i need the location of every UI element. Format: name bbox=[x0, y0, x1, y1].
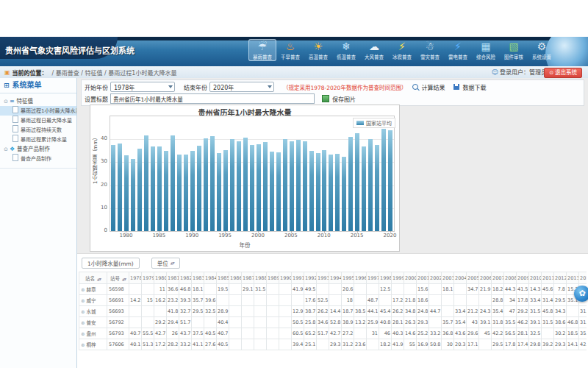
tree-item[interactable]: 暴雨过程1小时最大降水量 bbox=[0, 106, 76, 116]
tree-item[interactable]: 暴雨过程累计降水量 bbox=[0, 135, 76, 144]
column-header-year[interactable]: 1981 bbox=[167, 272, 179, 284]
column-header-year[interactable]: 1993 bbox=[317, 272, 329, 284]
expand-row-icon[interactable]: ⊕ bbox=[81, 331, 85, 337]
unit-chip[interactable]: 单位▲▼ bbox=[151, 258, 180, 269]
expand-row-icon[interactable]: ⊕ bbox=[81, 287, 85, 293]
column-header-year[interactable]: 2013 bbox=[567, 272, 579, 284]
value-type-chip[interactable]: 1小时降水量(mm) bbox=[82, 258, 140, 269]
column-header-year[interactable]: 1988 bbox=[254, 272, 267, 284]
calc-result-button[interactable]: 计算结果 bbox=[412, 83, 445, 91]
nav-item-label: 雷电普查 bbox=[445, 53, 471, 60]
nav-item-rainstorm[interactable]: ☔暴雨普查 bbox=[248, 39, 276, 61]
floating-widget-button[interactable]: ✿ bbox=[574, 286, 588, 302]
column-header-year[interactable]: 1991 bbox=[292, 272, 304, 284]
tree-item[interactable]: 普查产品制作 bbox=[0, 154, 76, 163]
column-header-year[interactable]: 1995 bbox=[342, 272, 354, 284]
column-header-year[interactable]: 1997 bbox=[367, 272, 379, 284]
station-name-cell[interactable]: ⊕威宁 bbox=[79, 295, 107, 306]
value-cell: 34.6 bbox=[317, 317, 329, 328]
station-name-cell[interactable]: ⊕赫章 bbox=[79, 284, 107, 295]
save-image-button[interactable]: 保存图片 bbox=[322, 95, 356, 103]
logout-button[interactable]: ⊙退出系统 bbox=[544, 68, 582, 78]
chart-legend[interactable]: 国家站平均 bbox=[353, 118, 395, 128]
station-name-cell[interactable]: ⊕桐梓 bbox=[79, 339, 107, 350]
column-header-year[interactable]: 1985 bbox=[217, 272, 229, 284]
column-header-year[interactable]: 1980 bbox=[154, 272, 167, 284]
expand-row-icon[interactable]: ⊕ bbox=[81, 320, 85, 326]
start-year-select[interactable]: 1978年 bbox=[110, 82, 175, 92]
station-name-cell[interactable]: ⊕水城 bbox=[79, 306, 107, 317]
column-header-year[interactable]: 2006 bbox=[479, 272, 492, 284]
lightning-icon: ⚡ bbox=[444, 40, 472, 53]
column-header-year[interactable]: 1996 bbox=[354, 272, 367, 284]
sort-icon[interactable]: ▲▼ bbox=[122, 277, 126, 281]
column-header-year[interactable]: 1989 bbox=[267, 272, 279, 284]
column-header-year[interactable]: 1994 bbox=[329, 272, 342, 284]
data-download-button[interactable]: 数据下载 bbox=[453, 83, 486, 91]
expand-icon[interactable]: ⊙ bbox=[4, 146, 8, 152]
column-header-year[interactable]: 2000 bbox=[404, 272, 417, 284]
value-cell bbox=[142, 284, 154, 295]
column-header-year[interactable]: 2012 bbox=[554, 272, 567, 284]
nav-item-cold[interactable]: ❄低温普查 bbox=[332, 39, 360, 61]
column-header-year[interactable]: 1983 bbox=[192, 272, 204, 284]
column-header-year[interactable]: 1986 bbox=[229, 272, 242, 284]
tree-group-1[interactable]: ⊙❖普查产品制作 bbox=[0, 144, 76, 154]
column-header-year[interactable]: 2010 bbox=[529, 272, 542, 284]
column-header-year[interactable]: 1982 bbox=[179, 272, 192, 284]
value-cell: 44.1 bbox=[367, 306, 379, 317]
expand-row-icon[interactable]: ⊕ bbox=[81, 298, 85, 304]
station-id-cell: 56792 bbox=[107, 317, 129, 328]
column-header-year[interactable]: 2002 bbox=[429, 272, 442, 284]
column-header-year[interactable]: 2007 bbox=[492, 272, 504, 284]
column-header-year[interactable]: 2014 bbox=[579, 272, 587, 284]
table-row[interactable]: ⊕盘州5679340.755.542.72643.737.540.540.760… bbox=[79, 328, 587, 339]
column-header-year[interactable]: 1990 bbox=[279, 272, 292, 284]
column-header-year[interactable]: 2009 bbox=[517, 272, 529, 284]
expand-row-icon[interactable]: ⊕ bbox=[81, 309, 85, 315]
end-year-select[interactable]: 2020年 bbox=[209, 82, 274, 92]
nav-item-lightning[interactable]: ⚡雷电普查 bbox=[444, 39, 472, 61]
column-header-year[interactable]: 2003 bbox=[442, 272, 454, 284]
tree-group-0[interactable]: ⊙≡特征值 bbox=[0, 96, 76, 106]
table-row[interactable]: ⊕赫章565981136.646.818.119.529.131.541.949… bbox=[79, 284, 587, 295]
value-cell bbox=[229, 328, 242, 339]
expand-icon[interactable]: ⊙ bbox=[4, 99, 8, 105]
column-header[interactable]: 站号▲▼ bbox=[107, 272, 129, 284]
value-cell: 28.9 bbox=[217, 306, 229, 317]
column-header-year[interactable]: 1992 bbox=[304, 272, 317, 284]
nav-item-drought[interactable]: ♨干旱普查 bbox=[276, 39, 304, 61]
table-row[interactable]: ⊕水城5669341.832.729.532.528.912.938.726.2… bbox=[79, 306, 587, 317]
column-header-year[interactable]: 1998 bbox=[379, 272, 392, 284]
sort-icon[interactable]: ▲▼ bbox=[97, 277, 101, 281]
column-header-year[interactable]: 2004 bbox=[454, 272, 467, 284]
value-cell bbox=[267, 328, 279, 339]
chart-title-input[interactable] bbox=[110, 93, 315, 104]
column-header-year[interactable]: 2011 bbox=[542, 272, 554, 284]
nav-item-snow[interactable]: ☃雪灾普查 bbox=[416, 39, 444, 61]
nav-item-heat[interactable]: ☀高温普查 bbox=[304, 39, 332, 61]
column-header-year[interactable]: 1987 bbox=[242, 272, 254, 284]
column-header[interactable]: 站名▲▼ bbox=[79, 272, 107, 284]
tree-item[interactable]: 暴雨过程持续天数 bbox=[0, 125, 76, 135]
station-name-cell[interactable]: ⊕盘州 bbox=[79, 328, 107, 339]
column-header-year[interactable]: 1984 bbox=[204, 272, 217, 284]
table-row[interactable]: ⊕普安5679229.229.451.740.450.525.834.652.8… bbox=[79, 317, 587, 328]
column-header-year[interactable]: 2005 bbox=[467, 272, 479, 284]
nav-item-map-review[interactable]: ▧图件审核 bbox=[500, 39, 528, 61]
nav-item-calculator[interactable]: ▦综合风险 bbox=[472, 39, 500, 61]
station-name-cell[interactable]: ⊕普安 bbox=[79, 317, 107, 328]
table-row[interactable]: ⊕威宁5669114.21516.223.239.335.739.617.652… bbox=[79, 295, 587, 306]
column-header-year[interactable]: 1978 bbox=[129, 272, 142, 284]
column-header-year[interactable]: 2008 bbox=[504, 272, 517, 284]
table-row[interactable]: ⊕桐梓5760640.151.317.228.233.241.127.640.5… bbox=[79, 339, 587, 350]
nav-item-settings[interactable]: ⚙系统设置 bbox=[528, 39, 556, 61]
column-header-year[interactable]: 2001 bbox=[417, 272, 429, 284]
expand-row-icon[interactable]: ⊕ bbox=[81, 342, 85, 348]
nav-item-label: 冰雹普查 bbox=[390, 53, 415, 60]
nav-item-hail[interactable]: ⚡冰雹普查 bbox=[388, 39, 416, 61]
nav-item-wind[interactable]: ☁大风普查 bbox=[360, 39, 388, 61]
column-header-year[interactable]: 1999 bbox=[392, 272, 404, 284]
column-header-year[interactable]: 1979 bbox=[142, 272, 154, 284]
tree-item[interactable]: 暴雨过程日最大降水量 bbox=[0, 116, 76, 125]
